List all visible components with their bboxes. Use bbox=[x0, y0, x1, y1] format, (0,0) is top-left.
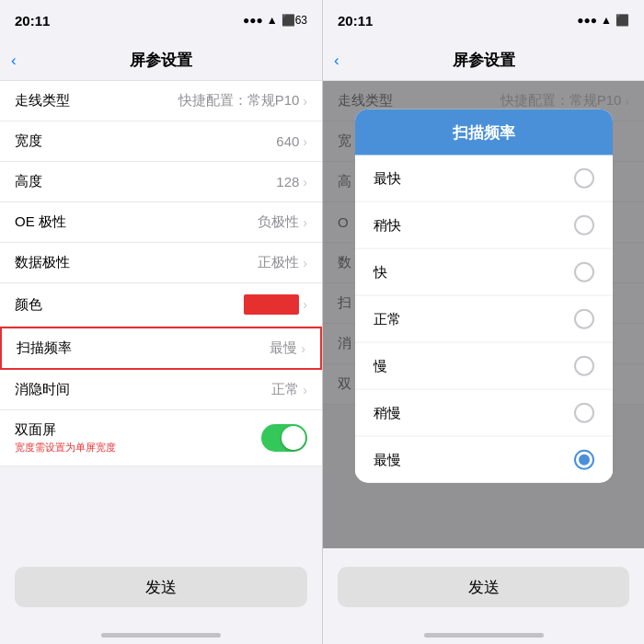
chevron-icon: › bbox=[303, 134, 307, 149]
option-label-slightly-slow: 稍慢 bbox=[374, 404, 401, 421]
send-button-left[interactable]: 发送 bbox=[15, 567, 307, 607]
walk-type-value: 快捷配置：常规P10 bbox=[178, 92, 300, 109]
data-polarity-value: 正极性 bbox=[258, 254, 299, 271]
wifi-icon-right: ▲ bbox=[601, 14, 612, 27]
option-label-fast: 快 bbox=[374, 263, 387, 281]
status-bar-right: 20:11 ●●● ▲ ⬛ bbox=[323, 0, 644, 40]
option-slightly-fast[interactable]: 稍快 bbox=[355, 202, 613, 249]
double-screen-toggle[interactable] bbox=[261, 424, 307, 452]
home-bar-right bbox=[424, 633, 544, 638]
option-label-slow: 慢 bbox=[374, 357, 387, 374]
chevron-icon: › bbox=[303, 256, 307, 270]
row-value-height: 128 › bbox=[276, 174, 307, 190]
row-label-double-screen: 双面屏 bbox=[15, 421, 56, 439]
scan-rate-modal: 扫描频率 最快 稍快 快 正常 慢 bbox=[355, 109, 613, 483]
status-icons-left: ●●● ▲ ⬛63 bbox=[243, 14, 307, 27]
signal-icon: ●●● bbox=[243, 14, 263, 27]
row-data-polarity[interactable]: 数据极性 正极性 › bbox=[0, 243, 322, 283]
chevron-icon: › bbox=[303, 297, 307, 312]
modal-title: 扫描频率 bbox=[453, 121, 515, 143]
nav-title-right: 屏参设置 bbox=[453, 50, 515, 71]
radio-fastest[interactable] bbox=[574, 168, 594, 189]
height-value: 128 bbox=[276, 174, 299, 190]
row-value-hide-time: 正常 › bbox=[271, 381, 307, 398]
option-slowest[interactable]: 最慢 bbox=[355, 437, 613, 483]
battery-icon-right: ⬛ bbox=[615, 14, 629, 27]
row-value-data-polarity: 正极性 › bbox=[258, 254, 307, 271]
home-indicator-left bbox=[0, 626, 322, 644]
settings-list-left: 走线类型 快捷配置：常规P10 › 宽度 640 › 高度 128 › OE 极… bbox=[0, 81, 322, 548]
option-fastest[interactable]: 最快 bbox=[355, 155, 613, 202]
double-screen-hint: 宽度需设置为单屏宽度 bbox=[15, 441, 116, 454]
hide-time-value: 正常 bbox=[271, 381, 299, 398]
row-label-hide-time: 消隐时间 bbox=[15, 381, 70, 398]
row-value-oe: 负极性 › bbox=[258, 213, 307, 231]
nav-bar-right: ‹ 屏参设置 bbox=[323, 40, 644, 81]
row-label-oe: OE 极性 bbox=[15, 213, 66, 231]
row-label-data-polarity: 数据极性 bbox=[15, 254, 70, 271]
nav-title-left: 屏参设置 bbox=[130, 50, 192, 71]
row-value-color: › bbox=[244, 294, 307, 315]
home-indicator-right bbox=[323, 626, 644, 644]
row-value-walk-type: 快捷配置：常规P10 › bbox=[178, 92, 307, 109]
oe-value: 负极性 bbox=[258, 213, 299, 231]
option-label-slightly-fast: 稍快 bbox=[374, 216, 401, 234]
right-phone-panel: 20:11 ●●● ▲ ⬛ ‹ 屏参设置 走线类型 快捷配置：常规P10 › 宽 bbox=[322, 0, 644, 644]
radio-slightly-slow[interactable] bbox=[574, 403, 594, 423]
color-swatch bbox=[244, 294, 299, 315]
send-btn-row-left: 发送 bbox=[0, 548, 322, 626]
wifi-icon: ▲ bbox=[267, 14, 278, 27]
chevron-icon: › bbox=[303, 175, 307, 190]
option-slow[interactable]: 慢 bbox=[355, 343, 613, 390]
radio-fast[interactable] bbox=[574, 262, 594, 282]
send-button-right[interactable]: 发送 bbox=[338, 567, 629, 607]
status-time-left: 20:11 bbox=[15, 13, 50, 29]
row-width[interactable]: 宽度 640 › bbox=[0, 121, 322, 162]
row-hide-time[interactable]: 消隐时间 正常 › bbox=[0, 370, 322, 410]
radio-slow[interactable] bbox=[574, 356, 594, 376]
back-button-right[interactable]: ‹ bbox=[334, 52, 339, 70]
signal-icon-right: ●●● bbox=[577, 14, 597, 27]
chevron-icon: › bbox=[303, 215, 307, 230]
back-button-left[interactable]: ‹ bbox=[11, 52, 17, 70]
row-value-width: 640 › bbox=[276, 133, 307, 149]
option-label-fastest: 最快 bbox=[374, 169, 401, 187]
row-label-color: 颜色 bbox=[15, 296, 42, 314]
scan-rate-value: 最慢 bbox=[270, 339, 297, 357]
option-fast[interactable]: 快 bbox=[355, 249, 613, 296]
home-bar-left bbox=[101, 633, 221, 638]
modal-header: 扫描频率 bbox=[355, 109, 613, 155]
row-scan-rate[interactable]: 扫描频率 最慢 › bbox=[0, 327, 322, 370]
send-btn-row-right: 发送 bbox=[323, 548, 644, 626]
row-double-screen[interactable]: 双面屏 宽度需设置为单屏宽度 bbox=[0, 410, 322, 466]
radio-slightly-fast[interactable] bbox=[574, 215, 594, 236]
left-phone-panel: 20:11 ●●● ▲ ⬛63 ‹ 屏参设置 走线类型 快捷配置：常规P10 ›… bbox=[0, 0, 322, 644]
chevron-icon: › bbox=[303, 94, 307, 109]
chevron-icon: › bbox=[301, 341, 305, 356]
status-bar-left: 20:11 ●●● ▲ ⬛63 bbox=[0, 0, 322, 40]
option-label-normal: 正常 bbox=[374, 310, 401, 328]
nav-bar-left: ‹ 屏参设置 bbox=[0, 40, 322, 81]
option-normal[interactable]: 正常 bbox=[355, 296, 613, 343]
status-icons-right: ●●● ▲ ⬛ bbox=[577, 14, 629, 27]
row-color[interactable]: 颜色 › bbox=[0, 283, 322, 327]
status-time-right: 20:11 bbox=[338, 13, 373, 29]
row-height[interactable]: 高度 128 › bbox=[0, 162, 322, 202]
chevron-icon: › bbox=[303, 383, 307, 397]
battery-icon: ⬛63 bbox=[282, 14, 307, 27]
row-label-width: 宽度 bbox=[15, 132, 42, 150]
option-label-slowest: 最慢 bbox=[374, 451, 401, 468]
row-value-scan-rate: 最慢 › bbox=[270, 339, 305, 357]
width-value: 640 bbox=[276, 133, 299, 149]
radio-slowest[interactable] bbox=[574, 450, 594, 470]
radio-normal[interactable] bbox=[574, 309, 594, 329]
row-label-scan-rate: 扫描频率 bbox=[17, 339, 72, 357]
row-label-height: 高度 bbox=[15, 173, 42, 190]
option-slightly-slow[interactable]: 稍慢 bbox=[355, 390, 613, 437]
back-icon-left: ‹ bbox=[11, 52, 17, 70]
back-icon-right: ‹ bbox=[334, 52, 339, 70]
row-walk-type[interactable]: 走线类型 快捷配置：常规P10 › bbox=[0, 81, 322, 121]
row-label-walk-type: 走线类型 bbox=[15, 92, 70, 109]
row-oe-polarity[interactable]: OE 极性 负极性 › bbox=[0, 202, 322, 243]
